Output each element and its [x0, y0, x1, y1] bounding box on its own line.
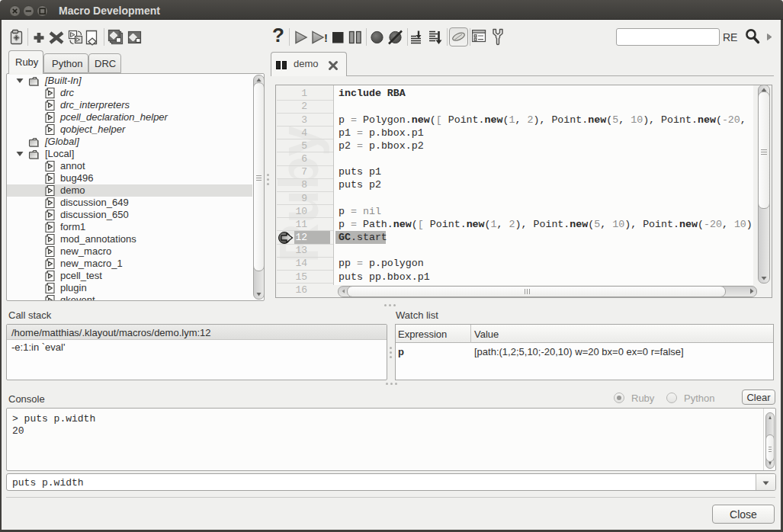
svg-text:!: ! [324, 31, 328, 44]
